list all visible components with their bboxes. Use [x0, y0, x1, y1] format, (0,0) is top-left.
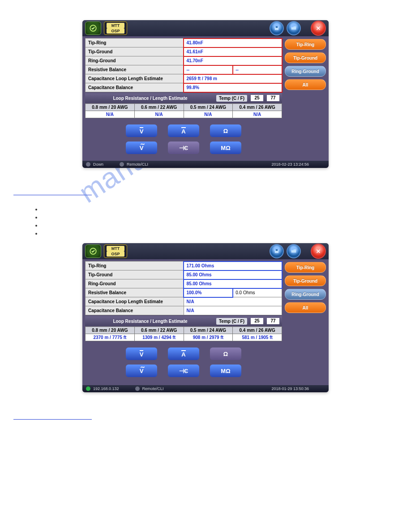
ip-status-text: Down: [93, 162, 103, 167]
row-label: Capacitance Loop Length Estimate: [86, 297, 184, 306]
status-bar: Down Remote/CLI 2018-02-23 13:24:56: [82, 161, 329, 168]
badge-line-1: MTT: [107, 23, 124, 28]
remote-status-text: Remote/CLI: [127, 162, 148, 167]
svg-rect-5: [276, 249, 278, 251]
section-link-2[interactable]: [13, 413, 411, 420]
mode-vdc-button[interactable]: V: [126, 124, 157, 137]
save-button[interactable]: [270, 244, 284, 258]
ip-status-text: 192.168.0.132: [93, 386, 119, 391]
temp-label[interactable]: Temp (C / F): [216, 318, 247, 325]
list-item: [42, 214, 411, 221]
value-ring-ground: 85.00 Ohms: [184, 279, 282, 288]
awg-val: 908 m / 2979 ft: [184, 334, 233, 341]
svg-rect-2: [276, 26, 278, 28]
awg-col: 0.6 mm / 22 AWG: [134, 327, 184, 334]
temp-label[interactable]: Temp (C / F): [216, 95, 247, 102]
awg-val: N/A: [134, 111, 184, 118]
side-all-button[interactable]: All: [285, 302, 326, 313]
row-label: Capacitance Loop Length Estimate: [86, 74, 184, 83]
temp-c-input[interactable]: 25: [251, 95, 263, 101]
section-link-1[interactable]: [13, 189, 411, 196]
awg-table: 0.8 mm / 20 AWG 0.6 mm / 22 AWG 0.5 mm /…: [85, 103, 282, 118]
value-ring-ground: 41.70nF: [184, 56, 282, 65]
close-button[interactable]: [311, 244, 326, 259]
awg-val: 1309 m / 4294 ft: [134, 334, 184, 341]
device-screenshot-1: MTT OSP Tip-Ring 41.80nF Tip-Ground 41.6…: [82, 20, 329, 168]
mode-cap-button[interactable]: ⊣Є: [168, 365, 199, 377]
temp-f-input[interactable]: 77: [267, 318, 279, 324]
open-button[interactable]: [287, 21, 301, 35]
loop-title: Loop Resistance / Length Estimate: [88, 319, 213, 324]
side-ring-ground-button[interactable]: Ring-Ground: [285, 66, 326, 77]
awg-table: 0.8 mm / 20 AWG 0.6 mm / 22 AWG 0.5 mm /…: [85, 326, 282, 341]
awg-col: 0.8 mm / 20 AWG: [86, 327, 135, 334]
awg-col: 0.5 mm / 24 AWG: [184, 327, 233, 334]
temp-c-input[interactable]: 25: [251, 318, 263, 324]
side-tip-ground-button[interactable]: Tip-Ground: [285, 52, 326, 63]
side-tip-ring-button[interactable]: Tip-Ring: [285, 262, 326, 273]
list-item: [42, 230, 411, 237]
row-label: Tip-Ground: [86, 270, 184, 279]
measurement-table: Tip-Ring 171.00 Ohms Tip-Ground 85.00 Oh…: [85, 261, 282, 315]
value-cap-loop: N/A: [184, 297, 282, 306]
loop-header: Loop Resistance / Length Estimate Temp (…: [85, 316, 282, 326]
title-bar: MTT OSP: [82, 20, 329, 36]
close-button[interactable]: [311, 21, 326, 36]
row-label: Tip-Ring: [86, 39, 184, 47]
device-screenshot-2: MTT OSP Tip-Ring 171.00 Ohms Tip-Ground …: [82, 243, 329, 392]
row-label: Tip-Ground: [86, 47, 184, 56]
value-tip-ring: 41.80nF: [184, 39, 282, 47]
row-label: Capacitance Balance: [86, 306, 184, 315]
open-button[interactable]: [287, 244, 301, 258]
value-res-bal-a: --: [184, 65, 233, 74]
row-label: Ring-Ground: [86, 279, 184, 288]
mode-mohm-button[interactable]: MΩ: [210, 142, 241, 154]
value-tip-ground: 85.00 Ohms: [184, 270, 282, 279]
side-ring-ground-button[interactable]: Ring-Ground: [285, 289, 326, 300]
side-tip-ring-button[interactable]: Tip-Ring: [285, 39, 326, 50]
remote-status-text: Remote/CLI: [142, 386, 164, 391]
module-badge: MTT OSP: [104, 21, 127, 35]
module-badge: MTT OSP: [104, 245, 127, 258]
list-item: [42, 206, 411, 213]
awg-col: 0.4 mm / 26 AWG: [233, 104, 282, 111]
mode-adc-button[interactable]: A: [168, 348, 199, 360]
awg-val: N/A: [233, 111, 282, 118]
mode-ohm-button[interactable]: Ω: [210, 124, 241, 137]
side-all-button[interactable]: All: [285, 79, 326, 90]
temp-f-input[interactable]: 77: [267, 95, 279, 101]
value-res-bal-a: 100.0%: [184, 288, 233, 297]
badge-line-1: MTT: [107, 246, 124, 251]
ip-status-icon: [86, 386, 90, 391]
awg-val: 2370 m / 7775 ft: [86, 334, 135, 341]
ip-status-icon: [86, 162, 90, 167]
row-label: Tip-Ring: [86, 262, 184, 270]
mode-vac-button[interactable]: ∼V: [126, 365, 157, 377]
row-label: Resistive Balance: [86, 288, 184, 297]
mode-vac-button[interactable]: ∼V: [126, 142, 157, 154]
timestamp: 2018-02-23 13:24:56: [271, 162, 309, 167]
timestamp: 2018-01-29 13:50:36: [271, 386, 309, 391]
save-button[interactable]: [270, 21, 284, 35]
awg-col: 0.4 mm / 26 AWG: [233, 327, 282, 334]
mode-mohm-button[interactable]: MΩ: [210, 365, 241, 377]
value-cap-bal: 99.8%: [184, 83, 282, 92]
mode-ohm-button[interactable]: Ω: [210, 348, 241, 360]
mode-cap-button[interactable]: ⊣Є: [168, 142, 199, 154]
awg-val: 581 m / 1905 ft: [233, 334, 282, 341]
value-cap-bal: N/A: [184, 306, 282, 315]
awg-val: N/A: [86, 111, 135, 118]
mode-adc-button[interactable]: A: [168, 124, 199, 137]
remote-status-icon: [135, 386, 140, 391]
value-tip-ring: 171.00 Ohms: [184, 262, 282, 270]
bullet-list: [24, 206, 411, 237]
row-label: Resistive Balance: [86, 65, 184, 74]
value-res-bal-b: 0.0 Ohms: [233, 288, 282, 297]
value-res-bal-b: --: [233, 65, 282, 74]
side-tip-ground-button[interactable]: Tip-Ground: [285, 275, 326, 286]
home-icon[interactable]: [85, 21, 101, 35]
measurement-table: Tip-Ring 41.80nF Tip-Ground 41.61nF Ring…: [85, 38, 282, 92]
value-cap-loop: 2659 ft / 798 m: [184, 74, 282, 83]
home-icon[interactable]: [85, 245, 101, 258]
mode-vdc-button[interactable]: V: [126, 348, 157, 360]
